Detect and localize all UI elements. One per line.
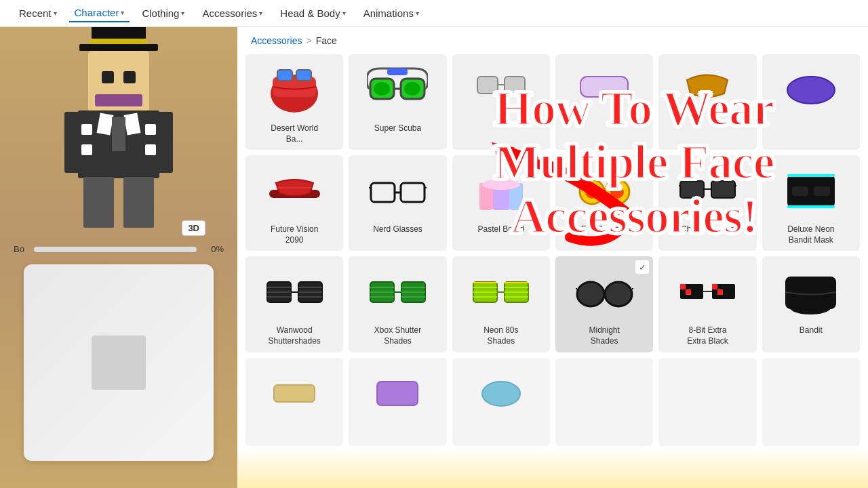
- svg-rect-12: [505, 77, 525, 94]
- svg-rect-41: [787, 205, 835, 208]
- svg-rect-3: [296, 70, 311, 81]
- svg-rect-40: [787, 174, 835, 177]
- nav-item-clothing[interactable]: Clothing ▾: [136, 5, 190, 22]
- svg-rect-18: [371, 183, 395, 202]
- item-r1-6[interactable]: [762, 54, 860, 150]
- item-icon-bandana: [251, 60, 338, 121]
- item-future-vision[interactable]: Future Vision2090: [245, 155, 343, 251]
- item-icon-wanwood: [251, 262, 338, 323]
- item-neon-80s[interactable]: Neon 80sShades: [452, 256, 550, 352]
- item-super-scuba[interactable]: Super Scuba: [349, 54, 446, 150]
- svg-rect-2: [277, 70, 292, 81]
- nav-chevron-clothing: ▾: [181, 9, 184, 17]
- nav-chevron-accessories: ▾: [259, 9, 262, 17]
- left-panel: 3D Bo 0%: [0, 0, 237, 488]
- char-leg-left: [83, 177, 114, 228]
- svg-rect-14: [580, 77, 628, 97]
- main-content: Accessories > Face Desert WorldBa..: [237, 27, 868, 488]
- item-name-neon-80s: Neon 80sShades: [484, 325, 518, 346]
- nav-bar: Recent ▾ Character ▾ Clothing ▾ Accessor…: [0, 0, 868, 27]
- char-dot-2: [81, 144, 92, 155]
- item-icon-r1-5: [664, 60, 751, 121]
- item-r1-4[interactable]: [555, 54, 653, 150]
- char-beard: [95, 94, 142, 106]
- item-pastel-beard[interactable]: Pastel Beard: [452, 155, 550, 251]
- item-icon-eye-poppers: [561, 161, 648, 222]
- item-icon-future-vision: [251, 161, 338, 222]
- item-wanwood[interactable]: WanwoodShuttershades: [245, 256, 343, 352]
- char-eye-left: [102, 71, 114, 83]
- nav-item-head-body[interactable]: Head & Body ▾: [275, 5, 351, 22]
- svg-rect-81: [686, 289, 691, 295]
- svg-point-89: [482, 382, 520, 406]
- item-r4-2[interactable]: [349, 358, 446, 446]
- item-nerd-glasses[interactable]: Nerd Glasses: [349, 155, 446, 251]
- item-r1-5[interactable]: [658, 54, 756, 150]
- item-icon-chillin-shades: [664, 161, 751, 222]
- item-name-pastel-beard: Pastel Beard: [477, 224, 524, 235]
- item-icon-neon-bandit: [768, 161, 854, 222]
- item-icon-scuba: [354, 60, 441, 121]
- loading-bar: [34, 247, 197, 252]
- item-r4-1[interactable]: [245, 358, 343, 446]
- item-icon-r4-3: [458, 363, 545, 424]
- item-8bit[interactable]: 8-Bit ExtraExtra Black: [658, 256, 756, 352]
- item-bandit[interactable]: Bandit: [762, 256, 860, 352]
- row4-grid: [237, 358, 868, 446]
- svg-rect-42: [792, 186, 808, 196]
- nav-chevron-head-body: ▾: [342, 9, 346, 17]
- char-head: [88, 51, 149, 112]
- item-r1-3[interactable]: [452, 54, 550, 150]
- svg-rect-72: [505, 282, 528, 283]
- item-r4-4[interactable]: [555, 358, 653, 446]
- item-chillin-shades[interactable]: Chillin' Shades: [658, 155, 756, 251]
- item-icon-midnight: [561, 262, 648, 323]
- item-icon-r1-6: [768, 60, 854, 121]
- svg-rect-87: [274, 385, 315, 402]
- nav-item-character[interactable]: Character ▾: [69, 4, 130, 22]
- svg-rect-11: [477, 77, 498, 94]
- char-arm-right: [158, 112, 173, 173]
- item-name-xbox-shutter: Xbox ShutterShades: [374, 325, 421, 346]
- svg-point-73: [577, 282, 604, 306]
- nav-item-accessories[interactable]: Accessories ▾: [197, 5, 268, 22]
- svg-rect-43: [814, 186, 830, 196]
- item-desert-world-bandana[interactable]: Desert WorldBa...: [245, 54, 343, 150]
- char-dot-1: [81, 124, 92, 135]
- item-name-scuba: Super Scuba: [374, 123, 421, 134]
- char-leg-right: [123, 177, 154, 228]
- 3d-button[interactable]: 3D: [182, 220, 205, 236]
- nav-item-animations[interactable]: Animations ▾: [358, 5, 425, 22]
- item-name-chillin-shades: Chillin' Shades: [681, 224, 734, 235]
- svg-rect-10: [387, 68, 408, 75]
- svg-point-32: [610, 185, 624, 199]
- item-xbox-shutter[interactable]: Xbox ShutterShades: [349, 256, 446, 352]
- item-icon-r1-4: [561, 60, 648, 121]
- nav-item-recent[interactable]: Recent ▾: [14, 5, 62, 22]
- svg-point-86: [790, 301, 831, 314]
- item-icon-r4-2: [354, 363, 441, 424]
- svg-rect-82: [712, 284, 717, 289]
- svg-point-28: [482, 179, 520, 190]
- svg-rect-34: [680, 181, 704, 198]
- item-neon-bandit[interactable]: Deluxe NeonBandit Mask: [762, 155, 860, 251]
- breadcrumb: Accessories > Face: [237, 27, 868, 54]
- svg-rect-71: [473, 282, 497, 283]
- svg-point-8: [374, 82, 390, 96]
- nav-chevron-recent: ▾: [54, 9, 57, 17]
- item-r4-6[interactable]: [762, 358, 860, 446]
- item-r4-5[interactable]: [658, 358, 756, 446]
- loading-label: Bo: [14, 244, 27, 254]
- item-name-bandit: Bandit: [800, 325, 823, 336]
- item-name-future-vision: Future Vision2090: [271, 224, 318, 245]
- char-hat-brim: [79, 44, 158, 51]
- item-midnight-shades[interactable]: ✓ MidnightShades: [555, 256, 653, 352]
- char-collar-right: [124, 113, 141, 135]
- character-preview: 3D: [24, 34, 214, 244]
- loading-area: Bo 0%: [0, 244, 237, 254]
- row1-grid: Desert WorldBa... Super Scuba: [237, 54, 868, 150]
- breadcrumb-parent[interactable]: Accessories: [251, 35, 302, 46]
- item-eye-poppers[interactable]: Eye Poppers: [555, 155, 653, 251]
- char-eye-right: [123, 71, 136, 83]
- item-r4-3[interactable]: [452, 358, 550, 446]
